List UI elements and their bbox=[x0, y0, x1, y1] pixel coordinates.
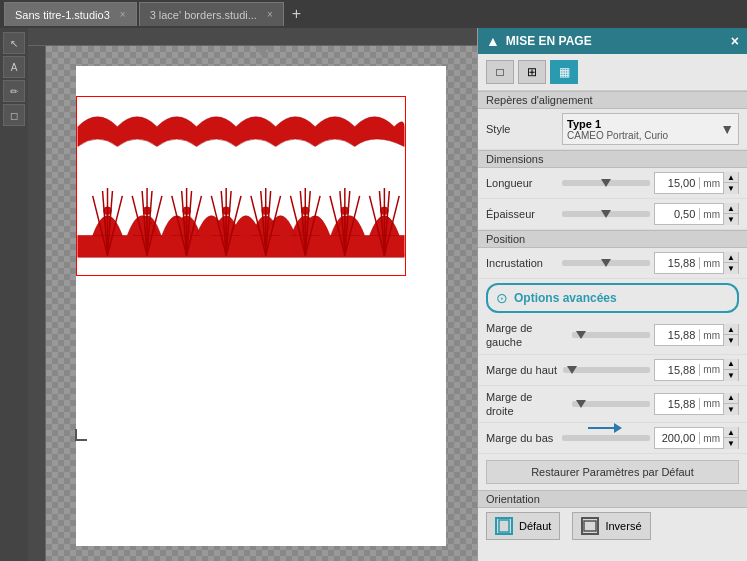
tab-2-close[interactable]: × bbox=[267, 9, 273, 20]
orient-defaut-icon bbox=[495, 517, 513, 535]
main-area: ↖ A ✏ ◻ bbox=[0, 28, 747, 561]
panel-title: MISE EN PAGE bbox=[506, 34, 592, 48]
longueur-slider[interactable] bbox=[562, 180, 650, 186]
marge-haut-up[interactable]: ▲ bbox=[724, 359, 738, 370]
tab-add-button[interactable]: + bbox=[286, 5, 307, 23]
marge-gauche-spinner[interactable]: 15,88 mm ▲ ▼ bbox=[654, 324, 739, 346]
orient-inverse-icon bbox=[581, 517, 599, 535]
tool-text[interactable]: A bbox=[3, 56, 25, 78]
view-icon-2-glyph: ⊞ bbox=[527, 65, 537, 79]
incrustation-up[interactable]: ▲ bbox=[724, 252, 738, 263]
epaisseur-slider[interactable] bbox=[562, 211, 650, 217]
epaisseur-spinner[interactable]: 0,50 mm ▲ ▼ bbox=[654, 203, 739, 225]
defaut-label: Défaut bbox=[519, 520, 551, 532]
marge-gauche-value: 15,88 bbox=[655, 329, 700, 341]
epaisseur-up[interactable]: ▲ bbox=[724, 203, 738, 214]
tool-pencil[interactable]: ✏ bbox=[3, 80, 25, 102]
lace-container[interactable] bbox=[76, 96, 406, 276]
incrustation-slider[interactable] bbox=[562, 260, 650, 266]
epaisseur-down[interactable]: ▼ bbox=[724, 214, 738, 225]
longueur-spinner[interactable]: 15,00 mm ▲ ▼ bbox=[654, 172, 739, 194]
marge-gauche-down[interactable]: ▼ bbox=[724, 335, 738, 346]
section-dimensions: Dimensions bbox=[478, 150, 747, 168]
style-type: Type 1 bbox=[567, 118, 734, 130]
marge-gauche-up[interactable]: ▲ bbox=[724, 324, 738, 335]
panel-chevron-icon[interactable]: ▲ bbox=[486, 33, 500, 49]
options-icon: ⊙ bbox=[496, 290, 508, 306]
marge-haut-arrows: ▲ ▼ bbox=[723, 359, 738, 381]
right-panel: ▲ MISE EN PAGE × □ ⊞ ▦ Repères d'alignem… bbox=[477, 28, 747, 561]
canvas-scroll[interactable] bbox=[46, 46, 477, 561]
tab-1-label: Sans titre-1.studio3 bbox=[15, 9, 110, 21]
ruler-horizontal bbox=[28, 28, 477, 46]
tab-1[interactable]: Sans titre-1.studio3 × bbox=[4, 2, 137, 26]
canvas-with-rulers bbox=[28, 28, 477, 561]
options-avancees-row[interactable]: ⊙ Options avancées bbox=[486, 283, 739, 313]
tab-1-close[interactable]: × bbox=[120, 9, 126, 20]
marge-droite-slider[interactable] bbox=[572, 401, 650, 407]
epaisseur-label: Épaisseur bbox=[486, 208, 556, 220]
marge-gauche-row: Marge de gauche 15,88 mm ▲ ▼ bbox=[478, 317, 747, 355]
marge-bas-arrows: ▲ ▼ bbox=[723, 427, 738, 449]
tool-shape[interactable]: ◻ bbox=[3, 104, 25, 126]
view-icon-3[interactable]: ▦ bbox=[550, 60, 578, 84]
view-icon-1[interactable]: □ bbox=[486, 60, 514, 84]
tab-2[interactable]: 3 lace' borders.studi... × bbox=[139, 2, 284, 26]
marge-bas-slider[interactable] bbox=[562, 435, 650, 441]
epaisseur-unit: mm bbox=[700, 209, 723, 220]
blue-arrow-head bbox=[614, 423, 622, 433]
incrustation-thumb bbox=[601, 259, 611, 267]
restore-button[interactable]: Restaurer Paramètres par Défaut bbox=[486, 460, 739, 484]
canvas-area: ↖ A ✏ ◻ bbox=[0, 28, 477, 561]
marge-droite-up[interactable]: ▲ bbox=[724, 393, 738, 404]
longueur-thumb bbox=[601, 179, 611, 187]
marge-bas-row: Marge du bas 200,00 mm ▲ ▼ bbox=[478, 423, 747, 454]
marge-droite-thumb bbox=[576, 400, 586, 408]
marge-gauche-arrows: ▲ ▼ bbox=[723, 324, 738, 346]
marge-gauche-label: Marge de gauche bbox=[486, 321, 566, 350]
longueur-label: Longueur bbox=[486, 177, 556, 189]
marge-bas-spinner[interactable]: 200,00 mm ▲ ▼ bbox=[654, 427, 739, 449]
panel-close-button[interactable]: × bbox=[731, 33, 739, 49]
marge-bas-down[interactable]: ▼ bbox=[724, 438, 738, 449]
marge-bas-value: 200,00 bbox=[655, 432, 700, 444]
tool-select[interactable]: ↖ bbox=[3, 32, 25, 54]
longueur-down[interactable]: ▼ bbox=[724, 183, 738, 194]
incrustation-down[interactable]: ▼ bbox=[724, 263, 738, 274]
marge-bas-up[interactable]: ▲ bbox=[724, 427, 738, 438]
canvas-arrow-top bbox=[254, 46, 270, 56]
incrustation-row: Incrustation 15,88 mm ▲ ▼ bbox=[478, 248, 747, 279]
style-sub: CAMEO Portrait, Curio bbox=[567, 130, 734, 141]
options-label: Options avancées bbox=[514, 291, 617, 305]
orientation-defaut[interactable]: Défaut bbox=[486, 512, 560, 540]
marge-droite-down[interactable]: ▼ bbox=[724, 404, 738, 415]
longueur-up[interactable]: ▲ bbox=[724, 172, 738, 183]
lace-background bbox=[77, 97, 405, 275]
marge-haut-thumb bbox=[567, 366, 577, 374]
marge-droite-label: Marge de droite bbox=[486, 390, 566, 419]
marge-haut-slider[interactable] bbox=[563, 367, 650, 373]
marge-haut-label: Marge du haut bbox=[486, 364, 557, 376]
incrustation-value: 15,88 bbox=[655, 257, 700, 269]
corner-bracket bbox=[75, 429, 87, 441]
orientation-inverse[interactable]: Inversé bbox=[572, 512, 650, 540]
marge-droite-value: 15,88 bbox=[655, 398, 700, 410]
marge-droite-spinner[interactable]: 15,88 mm ▲ ▼ bbox=[654, 393, 739, 415]
epaisseur-thumb bbox=[601, 210, 611, 218]
style-row: Style Type 1 CAMEO Portrait, Curio ▼ bbox=[478, 109, 747, 150]
style-dropdown-box[interactable]: Type 1 CAMEO Portrait, Curio ▼ bbox=[562, 113, 739, 145]
marge-haut-value: 15,88 bbox=[655, 364, 700, 376]
marge-haut-spinner[interactable]: 15,88 mm ▲ ▼ bbox=[654, 359, 739, 381]
blue-arrow-annotation bbox=[588, 427, 616, 429]
canvas-ruler-v-container bbox=[28, 46, 477, 561]
marge-droite-row: Marge de droite 15,88 mm ▲ ▼ bbox=[478, 386, 747, 424]
svg-rect-1 bbox=[78, 235, 404, 257]
incrustation-label: Incrustation bbox=[486, 257, 556, 269]
view-icon-1-glyph: □ bbox=[496, 65, 503, 79]
incrustation-control: 15,88 mm ▲ ▼ bbox=[562, 252, 739, 274]
view-icon-2[interactable]: ⊞ bbox=[518, 60, 546, 84]
marge-gauche-slider[interactable] bbox=[572, 332, 650, 338]
marge-haut-down[interactable]: ▼ bbox=[724, 370, 738, 381]
incrustation-spinner[interactable]: 15,88 mm ▲ ▼ bbox=[654, 252, 739, 274]
svg-rect-51 bbox=[584, 521, 596, 531]
